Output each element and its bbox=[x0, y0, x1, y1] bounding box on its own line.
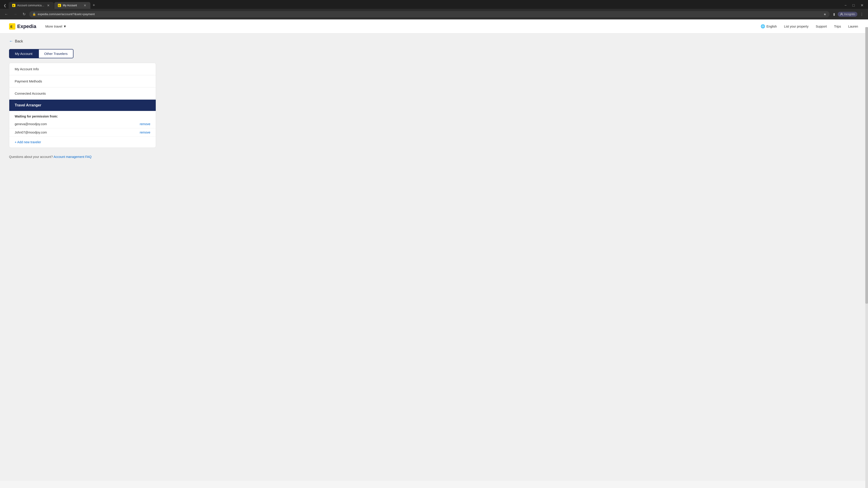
waiting-label: Waiting for permission from: bbox=[9, 111, 156, 120]
logo[interactable]: E Expedia bbox=[9, 23, 36, 30]
my-account-tab-label: My Account bbox=[15, 52, 33, 56]
list-property-link[interactable]: List your property bbox=[783, 24, 809, 29]
tab-close-2[interactable]: ✕ bbox=[83, 4, 87, 7]
chevron-down-icon: ▼ bbox=[63, 24, 66, 28]
incognito-label: Incognito bbox=[844, 13, 855, 16]
back-label: Back bbox=[15, 39, 23, 43]
browser-chrome: ❮ E Account communications ✕ E My Accoun… bbox=[0, 0, 868, 20]
page-content: E Expedia More travel ▼ 🌐 English List y… bbox=[0, 20, 868, 481]
browser-tab-account-communications[interactable]: E Account communications ✕ bbox=[8, 2, 54, 9]
main-area: ← Back My Account Other Travelers My Acc… bbox=[0, 33, 868, 481]
more-travel-button[interactable]: More travel ▼ bbox=[43, 23, 68, 30]
payment-methods-item[interactable]: Payment Methods bbox=[9, 75, 156, 88]
footer-question-text: Questions about your account? bbox=[9, 155, 53, 159]
address-bar[interactable]: 🔒 expedia.com/user/account/?&selc=paymen… bbox=[29, 11, 830, 18]
globe-icon: 🌐 bbox=[761, 24, 765, 29]
address-bar-row: ← → ↻ 🔒 expedia.com/user/account/?&selc=… bbox=[0, 9, 868, 20]
more-travel-label: More travel bbox=[45, 24, 62, 28]
remove-label-2: remove bbox=[140, 131, 150, 134]
logo-text: Expedia bbox=[17, 24, 36, 29]
close-window-button[interactable]: ✕ bbox=[858, 2, 866, 9]
faq-label: Account management FAQ bbox=[54, 155, 92, 159]
tab-favicon-2: E bbox=[58, 4, 61, 7]
add-traveler-label: + Add new traveler bbox=[15, 140, 41, 144]
more-options-button[interactable]: ⋮ bbox=[858, 11, 865, 18]
travel-arranger-header: Travel Arranger bbox=[9, 100, 156, 111]
list-property-label: List your property bbox=[784, 25, 809, 28]
back-link[interactable]: ← Back bbox=[9, 39, 859, 43]
tab-switcher: My Account Other Travelers bbox=[9, 49, 859, 58]
add-traveler-button[interactable]: + Add new traveler bbox=[9, 137, 156, 148]
svg-text:E: E bbox=[10, 25, 12, 29]
browser-actions: ▮ Incognito ⋮ bbox=[831, 11, 865, 18]
maximize-button[interactable]: □ bbox=[850, 2, 857, 9]
back-arrow-icon: ← bbox=[9, 39, 13, 43]
tab-title-1: Account communications bbox=[17, 4, 45, 7]
other-travelers-tab[interactable]: Other Travelers bbox=[38, 49, 73, 58]
back-nav-button[interactable]: ← bbox=[3, 11, 10, 18]
support-link[interactable]: Support bbox=[815, 24, 828, 29]
language-selector[interactable]: 🌐 English bbox=[760, 23, 778, 29]
site-header: E Expedia More travel ▼ 🌐 English List y… bbox=[0, 20, 868, 33]
user-label: Lauren bbox=[848, 25, 858, 28]
traveler-row-2: John07@moodjoy.com remove bbox=[9, 128, 156, 137]
logo-icon: E bbox=[9, 23, 16, 30]
minimize-button[interactable]: − bbox=[842, 2, 849, 9]
remove-traveler-1-button[interactable]: remove bbox=[140, 122, 150, 126]
other-travelers-tab-label: Other Travelers bbox=[44, 52, 68, 56]
my-account-tab[interactable]: My Account bbox=[9, 49, 38, 58]
remove-label-1: remove bbox=[140, 122, 150, 126]
traveler-email-1: geneva@moodjoy.com bbox=[15, 122, 47, 126]
tab-favicon-1: E bbox=[12, 4, 16, 7]
svg-text:E: E bbox=[59, 4, 60, 7]
footer-question: Questions about your account? Account ma… bbox=[9, 155, 859, 159]
account-info-item[interactable]: My Account Info bbox=[9, 63, 156, 75]
browser-tab-my-account[interactable]: E My Account ✕ bbox=[54, 2, 90, 9]
travel-arranger-title: Travel Arranger bbox=[15, 103, 41, 107]
tab-close-1[interactable]: ✕ bbox=[46, 4, 50, 7]
bookmark-icon[interactable]: ★ bbox=[824, 12, 827, 16]
new-tab-button[interactable]: + bbox=[91, 2, 97, 8]
account-panel: My Account Info Payment Methods Connecte… bbox=[9, 63, 156, 148]
tab-title-2: My Account bbox=[63, 4, 81, 7]
travel-arranger-content: Waiting for permission from: geneva@mood… bbox=[9, 111, 156, 148]
account-info-label: My Account Info bbox=[15, 67, 39, 71]
scrollbar-thumb[interactable] bbox=[865, 27, 868, 304]
incognito-badge: Incognito bbox=[838, 12, 857, 17]
header-right: 🌐 English List your property Support Tri… bbox=[760, 23, 859, 29]
tab-switcher-button[interactable]: ▮ bbox=[831, 11, 837, 18]
tab-bar: ❮ E Account communications ✕ E My Accoun… bbox=[0, 0, 868, 9]
forward-nav-button[interactable]: → bbox=[12, 11, 19, 18]
url-display: expedia.com/user/account/?&selc=payment bbox=[38, 12, 822, 16]
tab-history-button[interactable]: ❮ bbox=[2, 2, 8, 8]
trips-link[interactable]: Trips bbox=[833, 24, 842, 29]
header-left: E Expedia More travel ▼ bbox=[9, 23, 68, 30]
connected-accounts-item[interactable]: Connected Accounts bbox=[9, 88, 156, 100]
connected-accounts-label: Connected Accounts bbox=[15, 92, 46, 95]
remove-traveler-2-button[interactable]: remove bbox=[140, 131, 150, 134]
svg-text:E: E bbox=[13, 4, 14, 7]
trips-label: Trips bbox=[834, 25, 841, 28]
page-scrollbar[interactable] bbox=[865, 27, 868, 481]
lock-icon: 🔒 bbox=[32, 12, 36, 16]
waiting-text: Waiting for permission from: bbox=[15, 115, 58, 118]
faq-link[interactable]: Account management FAQ bbox=[54, 155, 92, 159]
support-label: Support bbox=[816, 25, 827, 28]
traveler-email-2: John07@moodjoy.com bbox=[15, 131, 47, 134]
user-account-link[interactable]: Lauren bbox=[847, 24, 859, 29]
language-label: English bbox=[767, 25, 777, 28]
payment-methods-label: Payment Methods bbox=[15, 79, 42, 83]
reload-button[interactable]: ↻ bbox=[21, 11, 27, 18]
traveler-row-1: geneva@moodjoy.com remove bbox=[9, 120, 156, 128]
